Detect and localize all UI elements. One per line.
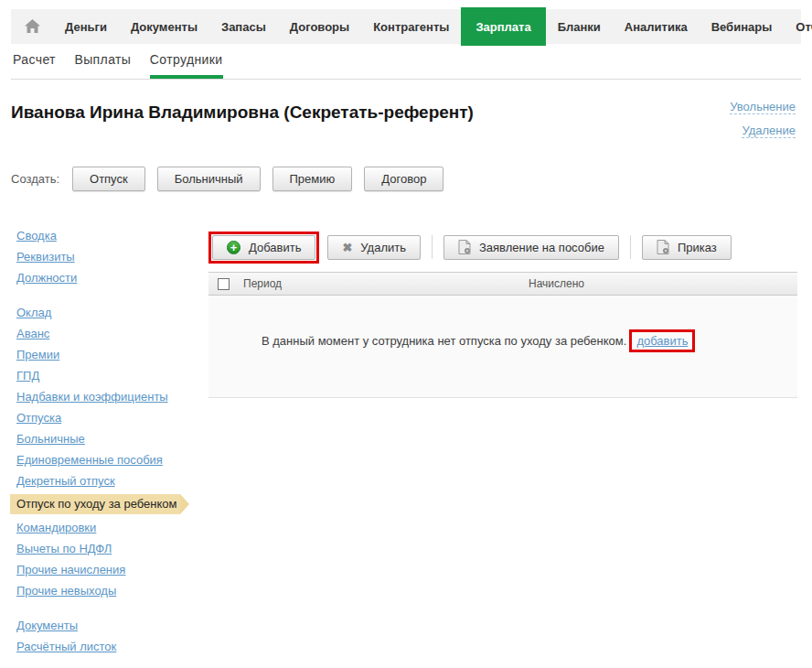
sidebar-item-payslip[interactable]: Расчётный листок [16,640,116,653]
column-header-period: Период [243,277,282,290]
order-button-label: Приказ [678,241,717,254]
empty-state-row: В данный момент у сотрудника нет отпуска… [262,329,695,352]
sidebar-item-child-care-leave[interactable]: Отпуск по уходу за ребенком [10,494,180,514]
create-vacation-button[interactable]: Отпуск [72,167,145,191]
sidebar-item-bonuses[interactable]: Премии [16,348,59,361]
tab-vyplaty[interactable]: Выплаты [74,52,131,75]
sidebar-item-other-accruals[interactable]: Прочие начисления [16,563,125,576]
home-icon [25,19,40,34]
sidebar-item-requisites[interactable]: Реквизиты [16,250,75,264]
nav-item-counterparties[interactable]: Контрагенты [361,9,461,44]
add-link[interactable]: добавить [636,334,688,348]
sidebar-item-lump-sum-benefits[interactable]: Единовременные пособия [16,453,163,467]
document-icon [458,240,471,254]
dismissal-link[interactable]: Увольнение [730,100,796,114]
tab-raschet[interactable]: Расчет [13,52,56,75]
sidebar: Сводка Реквизиты Должности Оклад Аванс П… [16,229,204,661]
sub-nav: Расчет Выплаты Сотрудники [13,51,238,79]
select-all-checkbox[interactable] [218,278,230,290]
sidebar-item-documents[interactable]: Документы [16,619,78,632]
nav-item-contracts[interactable]: Договоры [278,9,361,44]
create-contract-button[interactable]: Договор [364,167,443,191]
column-header-accrued: Начислено [529,277,584,290]
add-button[interactable]: + Добавить [212,235,315,260]
nav-item-money[interactable]: Деньги [53,9,119,44]
create-row: Создать: Отпуск Больничный Премию Догово… [11,167,455,191]
sidebar-item-vacations[interactable]: Отпуска [16,411,61,425]
main-content: + Добавить ✖ Удалить Заявление на пособи… [208,231,797,398]
sidebar-item-sick-leaves[interactable]: Больничные [16,432,85,446]
toolbar: + Добавить ✖ Удалить Заявление на пособи… [208,231,797,264]
top-nav-bar: Деньги Документы Запасы Договоры Контраг… [11,9,801,44]
nav-item-documents[interactable]: Документы [119,9,209,44]
sidebar-gap [16,605,204,619]
tab-sotrudniki[interactable]: Сотрудники [150,52,223,79]
table-body: В данный момент у сотрудника нет отпуска… [208,296,797,398]
toolbar-separator [630,235,631,259]
sidebar-item-summary[interactable]: Сводка [16,229,57,242]
plus-icon: + [227,241,240,254]
nav-item-analytics[interactable]: Аналитика [613,9,700,44]
header-actions: Увольнение Удаление [730,98,796,145]
sidebar-item-allowances[interactable]: Надбавки и коэффициенты [16,390,168,404]
sidebar-item-advance[interactable]: Аванс [16,327,49,340]
delete-button[interactable]: ✖ Удалить [327,235,421,260]
sidebar-active-label: Отпуск по уходу за ребенком [16,497,176,511]
nav-item-reports[interactable]: Отчеты [784,9,812,44]
delete-x-icon: ✖ [342,242,352,253]
deletion-link[interactable]: Удаление [742,124,796,138]
sidebar-item-ndfl-deductions[interactable]: Вычеты по НДФЛ [16,542,112,555]
sidebar-item-positions[interactable]: Должности [16,271,77,285]
add-link-annotation-box: добавить [629,329,695,352]
empty-state-message: В данный момент у сотрудника нет отпуска… [262,334,626,348]
active-item-arrow-icon [180,494,189,514]
benefit-application-button[interactable]: Заявление на пособие [443,235,619,260]
create-sick-leave-button[interactable]: Больничный [157,167,261,191]
sidebar-item-maternity-leave[interactable]: Декретный отпуск [16,474,115,488]
sidebar-item-other-absences[interactable]: Прочие невыходы [16,584,116,598]
document-icon [657,240,669,254]
table-header: Период Начислено [208,272,797,296]
delete-button-label: Удалить [360,241,406,254]
page-title: Иванова Ирина Владимировна (Секретать-ре… [11,102,474,123]
nav-item-salary[interactable]: Зарплата [461,7,545,46]
create-label: Создать: [11,172,59,186]
add-button-label: Добавить [249,241,301,254]
nav-item-stock[interactable]: Запасы [209,9,278,44]
sidebar-item-gpd[interactable]: ГПД [16,369,39,382]
add-button-annotation-box: + Добавить [208,232,319,264]
subnav-divider [11,79,801,80]
benefit-application-label: Заявление на пособие [479,241,604,254]
sidebar-item-salary[interactable]: Оклад [16,306,51,319]
home-button[interactable] [11,9,53,44]
toolbar-separator [432,235,433,259]
sidebar-item-business-trips[interactable]: Командировки [16,521,96,534]
create-bonus-button[interactable]: Премию [272,167,353,191]
sidebar-gap [16,292,204,306]
order-button[interactable]: Приказ [642,235,732,260]
nav-item-forms[interactable]: Бланки [546,9,613,44]
nav-item-webinars[interactable]: Вебинары [700,9,785,44]
